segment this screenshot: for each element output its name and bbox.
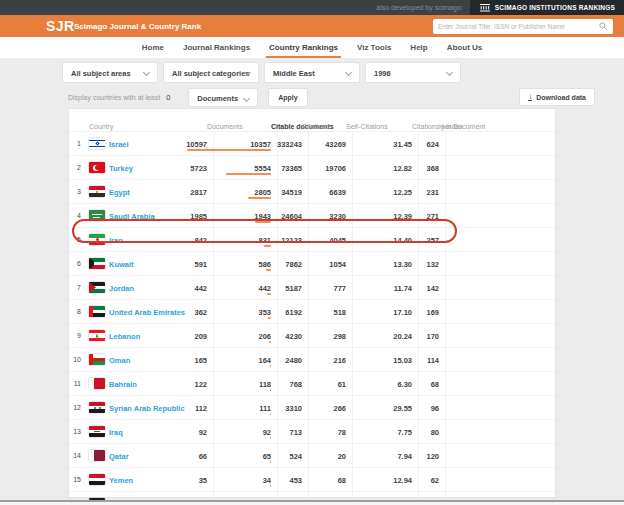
self-cell: 777	[333, 284, 346, 293]
self-cell: 298	[333, 332, 346, 341]
country-link[interactable]: Kuwait	[109, 260, 134, 269]
nav-item-help[interactable]: Help	[407, 37, 430, 58]
filter-all-subject-areas-dropdown[interactable]: All subject areas	[62, 62, 158, 83]
h-cell: 62	[431, 476, 439, 485]
cit-cell: 4230	[285, 332, 302, 341]
rank-cell: 14	[71, 452, 81, 459]
table-row-bahrain: 11Bahrain122118768616.3068	[69, 372, 555, 396]
self-cell: 20	[338, 452, 346, 461]
yemen-flag-icon	[89, 474, 105, 485]
self-cell: 78	[338, 428, 346, 437]
nav-item-country-rankings[interactable]: Country Rankings	[266, 37, 341, 58]
h-cell: 68	[431, 380, 439, 389]
scimago-institutions-rankings-badge[interactable]: SCIMAGO INSTITUTIONS RANKINGS	[470, 0, 624, 15]
table-row-egypt: 3Egypt2817280534519663912.25231	[69, 180, 555, 204]
iraq-flag-icon	[89, 426, 105, 437]
self-cell: 4045	[329, 236, 346, 245]
rank-cell: 5	[71, 236, 81, 243]
cpd-cell: 12.82	[393, 164, 412, 173]
nav-item-journal-rankings[interactable]: Journal Rankings	[180, 37, 253, 58]
download-data-button[interactable]: ↓ Download data	[519, 88, 595, 106]
table-row-yemen: 15Yemen35344536812.9462	[69, 468, 555, 492]
site-header: SJR Scimago Journal & Country Rank	[0, 15, 624, 37]
country-link[interactable]: Bahrain	[109, 380, 137, 389]
cpd-cell: 20.24	[393, 332, 412, 341]
docs-cell: 10597	[186, 140, 207, 149]
h-cell: 231	[426, 188, 439, 197]
cit-cell: 333243	[277, 140, 302, 149]
country-link[interactable]: Iraq	[109, 428, 123, 437]
rank-cell: 9	[71, 332, 81, 339]
cit-cell: 768	[289, 380, 302, 389]
citable-documents-bar	[266, 269, 271, 271]
filter-1996-dropdown[interactable]: 1996	[365, 62, 461, 83]
uae-flag-icon	[89, 306, 105, 317]
sjr-logo[interactable]: SJR	[46, 18, 75, 34]
self-cell: 216	[333, 356, 346, 365]
country-link[interactable]: Jordan	[109, 284, 134, 293]
cit-cell: 524	[289, 452, 302, 461]
table-row-united-arab-emirates: 8United Arab Emirates362353619251817.101…	[69, 300, 555, 324]
country-link[interactable]: Qatar	[109, 452, 129, 461]
bahrain-flag-icon	[89, 378, 105, 389]
cit-cell: 34519	[281, 188, 302, 197]
metric-dropdown[interactable]: Documents	[188, 88, 258, 107]
docs-cell: 442	[194, 284, 207, 293]
docs-cell: 362	[194, 308, 207, 317]
country-link[interactable]: Lebanon	[109, 332, 140, 341]
citable-cell: 2805	[254, 188, 271, 197]
table-row-iran: 5Iran84283112123404514.40257	[69, 228, 555, 252]
rank-cell: 11	[71, 380, 81, 387]
oman-flag-icon	[89, 354, 105, 365]
filter-middle-east-dropdown[interactable]: Middle East	[264, 62, 360, 83]
apply-button[interactable]: Apply	[268, 88, 307, 107]
citable-documents-bar	[270, 485, 271, 487]
citable-documents-bar	[267, 293, 271, 295]
country-link[interactable]: Turkey	[109, 164, 133, 173]
docs-cell: 209	[194, 332, 207, 341]
citable-documents-bar	[270, 461, 271, 463]
rank-cell: 3	[71, 188, 81, 195]
search-icon[interactable]	[599, 22, 608, 31]
jordan-flag-icon	[89, 282, 105, 293]
citable-documents-bar	[187, 149, 271, 151]
country-link[interactable]: United Arab Emirates	[109, 308, 185, 317]
citable-documents-bar	[270, 389, 271, 391]
country-link[interactable]: Syrian Arab Republic	[109, 404, 185, 413]
cit-cell: 73365	[281, 164, 302, 173]
nav-item-home[interactable]: Home	[139, 37, 167, 58]
cpd-cell: 15.03	[393, 356, 412, 365]
country-link[interactable]: Saudi Arabia	[109, 212, 155, 221]
cpd-cell: 31.45	[393, 140, 412, 149]
self-cell: 6639	[329, 188, 346, 197]
h-cell: 170	[426, 332, 439, 341]
citable-documents-bar	[269, 341, 271, 343]
filter-dropdown-value: Middle East	[273, 69, 315, 78]
docs-cell: 122	[194, 380, 207, 389]
docs-cell: 165	[194, 356, 207, 365]
table-header-row: CountryDocuments↓Citable documentsCitati…	[69, 109, 555, 132]
citable-cell: 586	[258, 260, 271, 269]
country-link[interactable]: Oman	[109, 356, 130, 365]
main-nav: HomeJournal RankingsCountry RankingsViz …	[0, 37, 624, 58]
table-row-syrian-arab-republic: 12Syrian Arab Republic112111331026629.55…	[69, 396, 555, 420]
country-link[interactable]: Israel	[109, 140, 129, 149]
nav-item-viz-tools[interactable]: Viz Tools	[354, 37, 394, 58]
docs-cell: 591	[194, 260, 207, 269]
country-link[interactable]: Iran	[109, 236, 123, 245]
filter-all-subject-categories-dropdown[interactable]: All subject categories	[163, 62, 259, 83]
docs-cell: 2817	[190, 188, 207, 197]
nav-item-about-us[interactable]: About Us	[444, 37, 486, 58]
docs-cell: 1985	[190, 212, 207, 221]
min-value-input[interactable]	[164, 92, 182, 103]
cpd-cell: 17.10	[393, 308, 412, 317]
iran-flag-icon	[89, 234, 105, 245]
citable-cell: 1943	[254, 212, 271, 221]
columns-building-icon	[479, 3, 491, 13]
self-cell: 1054	[329, 260, 346, 269]
country-link[interactable]: Yemen	[109, 476, 133, 485]
rank-cell: 6	[71, 260, 81, 267]
table-row-oman: 10Oman165164248021615.03114	[69, 348, 555, 372]
search-input[interactable]	[433, 23, 599, 30]
country-link[interactable]: Egypt	[109, 188, 130, 197]
